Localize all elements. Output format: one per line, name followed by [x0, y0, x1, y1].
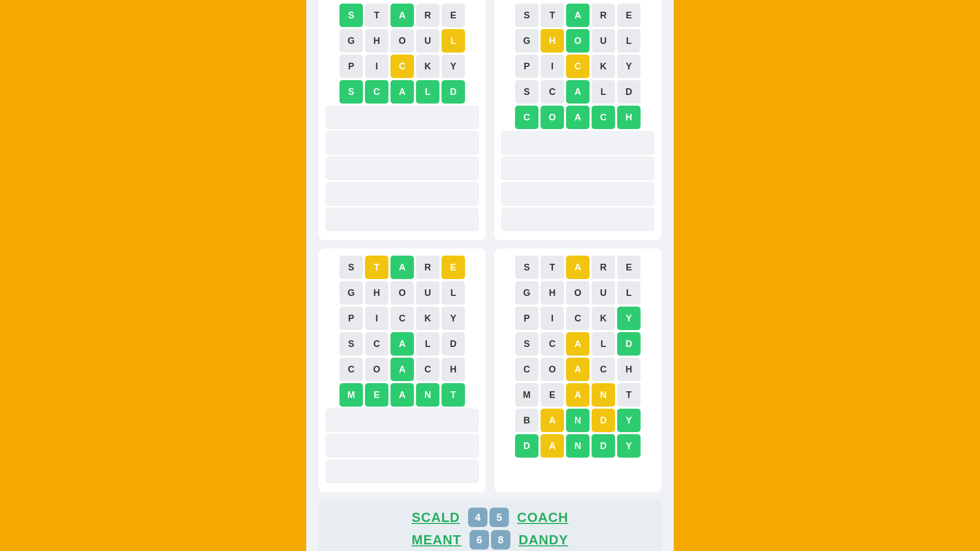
- cell: D: [617, 80, 641, 104]
- cell: O: [390, 281, 414, 305]
- empty-row: [326, 157, 479, 180]
- cell: A: [566, 332, 590, 356]
- cell: Y: [617, 434, 641, 458]
- cell: C: [592, 106, 615, 129]
- grid-top-right: S T A R E G H O U L P I C K Y S: [494, 0, 662, 240]
- footer-word-coach[interactable]: COACH: [517, 510, 568, 525]
- cell: E: [617, 256, 641, 279]
- cell: R: [592, 256, 615, 279]
- cell: A: [566, 256, 590, 279]
- cell: C: [592, 358, 615, 381]
- empty-row: [326, 182, 479, 206]
- cell: T: [365, 4, 388, 27]
- cell: I: [541, 55, 564, 78]
- cell: T: [617, 383, 641, 407]
- footer-word-scald[interactable]: SCALD: [412, 510, 460, 525]
- grid-bottom-left: S T A R E G H O U L P I C K Y S: [318, 248, 486, 492]
- footer-word-meant[interactable]: MEANT: [412, 532, 461, 548]
- cell: K: [416, 55, 439, 78]
- cell: N: [566, 409, 590, 432]
- cell: H: [617, 106, 641, 129]
- row-3: P I C K Y: [326, 55, 479, 78]
- footer-word-dandy[interactable]: DANDY: [519, 532, 568, 548]
- cell: A: [541, 409, 564, 432]
- cell: S: [515, 4, 538, 27]
- cell: I: [365, 55, 388, 78]
- cell: L: [442, 281, 465, 305]
- cell: C: [339, 358, 363, 381]
- cell: A: [541, 434, 564, 458]
- cell: Y: [617, 307, 641, 330]
- row-4: S C A L D: [326, 332, 479, 356]
- cell: O: [566, 29, 590, 53]
- cell: I: [541, 307, 564, 330]
- cell: C: [390, 307, 414, 330]
- grid-bottom-right: S T A R E G H O U L P I C K Y S: [494, 248, 662, 492]
- score-badge-8: 8: [491, 530, 510, 549]
- cell: T: [541, 256, 564, 279]
- row-6: M E A N T: [501, 383, 654, 407]
- cell: O: [541, 106, 564, 129]
- row-2: G H O U L: [326, 29, 479, 53]
- cell: N: [416, 383, 439, 407]
- cell: P: [515, 307, 538, 330]
- empty-row: [501, 131, 654, 155]
- cell: G: [339, 29, 363, 53]
- cell: U: [592, 281, 615, 305]
- main-container: S T A R E G H O U L P I C K Y S: [306, 0, 674, 551]
- cell: H: [365, 29, 388, 53]
- cell: S: [339, 332, 363, 356]
- cell: L: [442, 29, 465, 53]
- cell: H: [365, 281, 388, 305]
- cell: O: [566, 281, 590, 305]
- cell: A: [566, 106, 590, 129]
- cell: L: [617, 29, 641, 53]
- cell: G: [515, 29, 538, 53]
- cell: C: [515, 358, 538, 381]
- cell: L: [592, 80, 615, 104]
- cell: T: [541, 4, 564, 27]
- row-2: G H O U L: [326, 281, 479, 305]
- row-3: P I C K Y: [326, 307, 479, 330]
- row-4: S C A L D: [501, 80, 654, 104]
- row-7: B A N D Y: [501, 409, 654, 432]
- footer-row-1: SCALD 4 5 COACH: [412, 508, 569, 527]
- cell: I: [365, 307, 388, 330]
- cell: S: [515, 256, 538, 279]
- score-badge-4: 4: [468, 508, 487, 527]
- row-1: S T A R E: [326, 4, 479, 27]
- cell: S: [339, 80, 363, 104]
- cell: A: [566, 358, 590, 381]
- cell: A: [566, 4, 590, 27]
- cell: A: [566, 80, 590, 104]
- row-3: P I C K Y: [501, 55, 654, 78]
- empty-row: [326, 460, 479, 483]
- cell: K: [592, 307, 615, 330]
- cell: A: [390, 332, 414, 356]
- cell: S: [515, 332, 538, 356]
- cell: U: [416, 29, 439, 53]
- score-badges-row2: 6 8: [470, 530, 510, 549]
- cell: S: [515, 80, 538, 104]
- cell: C: [541, 80, 564, 104]
- cell: N: [592, 383, 615, 407]
- cell: D: [617, 332, 641, 356]
- cell: S: [339, 256, 363, 279]
- cell: U: [416, 281, 439, 305]
- cell: E: [442, 4, 465, 27]
- row-2: G H O U L: [501, 281, 654, 305]
- cell: D: [442, 80, 465, 104]
- cell: B: [515, 409, 538, 432]
- cell: K: [416, 307, 439, 330]
- cell: P: [339, 307, 363, 330]
- cell: T: [442, 383, 465, 407]
- cell: D: [592, 409, 615, 432]
- cell: C: [365, 80, 388, 104]
- row-5: C O A C H: [501, 358, 654, 381]
- empty-row: [326, 106, 479, 129]
- cell: O: [390, 29, 414, 53]
- row-6: M E A N T: [326, 383, 479, 407]
- row-5: C O A C H: [326, 358, 479, 381]
- cell: E: [541, 383, 564, 407]
- cell: C: [390, 55, 414, 78]
